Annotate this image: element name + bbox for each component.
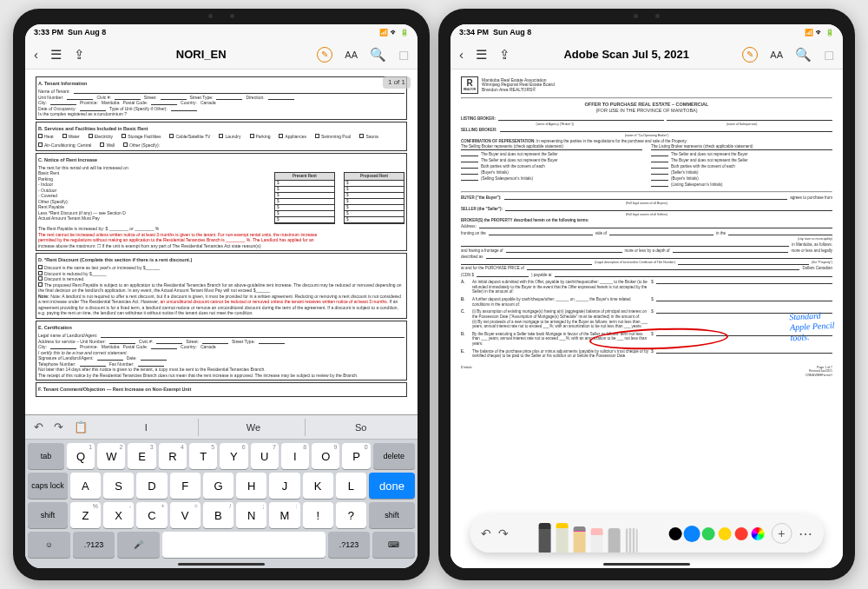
key-n[interactable]: N; (236, 502, 266, 528)
status-right: 📶ᯤ🔋 (805, 29, 834, 36)
realtor-logo: RREALTOR Manitoba Real Estate Associatio… (461, 76, 832, 94)
markup-toolbar: ↶ ↷ + ⋯ (470, 514, 824, 553)
key-v[interactable]: V= (170, 502, 201, 528)
key-p[interactable]: P0 (342, 443, 370, 469)
annotation-circle (589, 326, 729, 352)
section-b: B. Services and Facilities Included in B… (36, 122, 407, 151)
color-swatch[interactable] (718, 527, 731, 540)
ruler-tool[interactable] (626, 528, 638, 553)
checkbox-item: Electricity (89, 134, 113, 140)
checkbox-item: Storage Facilities (122, 134, 161, 140)
document-left[interactable]: 1 of 1 A. Tenant Information Name of Ten… (25, 69, 418, 414)
lasso-tool[interactable] (608, 528, 621, 553)
color-wheel[interactable] (751, 527, 764, 540)
key-u[interactable]: U7 (251, 443, 279, 469)
more-icon[interactable]: ⋯ (799, 526, 812, 542)
key-y[interactable]: Y6 (220, 443, 247, 469)
key-e[interactable]: E3 (128, 443, 155, 469)
suggestion[interactable]: So (309, 419, 412, 436)
toc-icon[interactable]: ☰ (50, 47, 62, 63)
color-swatch[interactable] (685, 527, 698, 540)
section-e: E. Certification Legal name of Landlord/… (36, 321, 407, 381)
color-swatch[interactable] (668, 527, 681, 540)
key-shift[interactable]: shift (28, 502, 68, 528)
home-indicator[interactable] (603, 563, 690, 566)
key-w[interactable]: W2 (97, 443, 125, 469)
key-shift[interactable]: shift (369, 502, 415, 528)
key-punct[interactable]: ! (303, 502, 333, 528)
key-done[interactable]: done (369, 473, 415, 499)
key-t[interactable]: T5 (189, 443, 217, 469)
text-size-icon[interactable]: AA (770, 50, 783, 60)
key-c[interactable]: C+ (136, 502, 167, 528)
toc-icon[interactable]: ☰ (476, 47, 487, 63)
checkbox-item: Appliances (279, 134, 306, 140)
annotation-text: Standard Apple Pencil tools. (789, 310, 835, 344)
status-time: 3:34 PM Sun Aug 8 (459, 28, 531, 36)
key-hide-keyboard[interactable]: ⌨ (372, 532, 415, 558)
section-a: A. Tenant Information Name of Tenant: Un… (36, 76, 407, 120)
share-icon[interactable]: ⇪ (499, 47, 510, 63)
key-m[interactable]: M: (269, 502, 299, 528)
key-b[interactable]: B/ (203, 502, 233, 528)
bookmark-icon[interactable]: ◻ (824, 47, 834, 63)
key-a[interactable]: A (70, 473, 101, 499)
undo-icon[interactable]: ↶ (30, 420, 47, 433)
key-tab[interactable]: tab (28, 443, 64, 469)
key-emoji[interactable]: ☺ (28, 532, 70, 558)
home-indicator[interactable] (178, 563, 265, 566)
back-icon[interactable]: ‹ (34, 47, 38, 62)
suggestion[interactable]: I (95, 419, 199, 436)
key-h[interactable]: H (236, 473, 266, 499)
key-q[interactable]: Q1 (67, 443, 95, 469)
pen-tool[interactable] (539, 523, 551, 553)
add-button[interactable]: + (771, 523, 792, 544)
bookmark-icon[interactable]: ◻ (398, 47, 409, 63)
key-z[interactable]: Z% (70, 502, 101, 528)
marker-tool[interactable] (556, 523, 569, 553)
key-punct[interactable]: ? (336, 502, 366, 528)
document-right[interactable]: RREALTOR Manitoba Real Estate Associatio… (450, 69, 843, 568)
key-k[interactable]: K (303, 473, 333, 499)
search-icon[interactable]: 🔍 (370, 47, 386, 63)
search-icon[interactable]: 🔍 (795, 47, 812, 63)
key-numbers[interactable]: .?123 (73, 532, 115, 558)
key-space[interactable] (162, 532, 325, 558)
color-swatch[interactable] (734, 527, 747, 540)
redo-icon[interactable]: ↷ (50, 420, 67, 433)
screen-left: 3:33 PM Sun Aug 8 📶ᯤ🔋 ‹ ☰ ⇪ NORI_EN ✎ AA… (25, 24, 418, 568)
text-size-icon[interactable]: AA (345, 50, 358, 60)
key-caps[interactable]: caps lock (28, 473, 68, 499)
color-palette (668, 527, 764, 540)
redo-icon[interactable]: ↷ (498, 526, 509, 540)
key-g[interactable]: G (203, 473, 233, 499)
key-numbers[interactable]: .?123 (328, 532, 371, 558)
key-r[interactable]: R4 (159, 443, 187, 469)
key-j[interactable]: J (269, 473, 299, 499)
checkbox-item: Other (Specify): (123, 142, 160, 149)
toolbar: ‹ ☰ ⇪ Adobe Scan Jul 5, 2021 ✎ AA 🔍 ◻ (450, 40, 843, 69)
key-f[interactable]: F (170, 473, 201, 499)
key-l[interactable]: L (336, 473, 366, 499)
section-c: C. Notice of Rent Increase The rent for … (36, 153, 407, 251)
markup-icon[interactable]: ✎ (317, 47, 332, 63)
key-x[interactable]: X- (103, 502, 134, 528)
share-icon[interactable]: ⇪ (74, 47, 85, 63)
markup-icon[interactable]: ✎ (742, 47, 758, 63)
undo-icon[interactable]: ↶ (481, 526, 491, 540)
clipboard-icon[interactable]: 📋 (70, 420, 91, 433)
key-s[interactable]: S (103, 473, 134, 499)
key-mic[interactable]: 🎤 (117, 532, 160, 558)
eraser-tool[interactable] (591, 528, 603, 553)
suggestion[interactable]: We (202, 419, 306, 436)
key-delete[interactable]: delete (373, 443, 415, 469)
tool-palette (516, 514, 662, 553)
back-icon[interactable]: ‹ (459, 47, 464, 62)
color-swatch[interactable] (701, 527, 714, 540)
key-d[interactable]: D (136, 473, 167, 499)
key-o[interactable]: O9 (312, 443, 339, 469)
key-i[interactable]: I8 (281, 443, 309, 469)
pencil-tool[interactable] (574, 526, 586, 553)
checkbox-item: Cable/Satellite TV (169, 134, 210, 140)
ipad-right: 3:34 PM Sun Aug 8 📶ᯤ🔋 ‹ ☰ ⇪ Adobe Scan J… (438, 9, 855, 580)
